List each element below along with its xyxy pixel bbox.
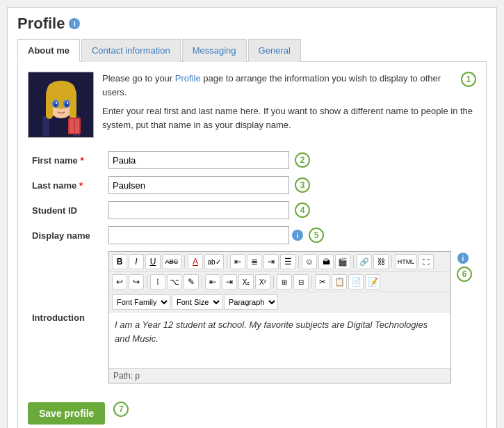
svg-point-15 [55,102,56,103]
editor-wrapper: B I U ABC A ab✓ ⇤ ≣ [108,251,451,383]
svg-rect-9 [47,89,53,103]
page-title-info-icon[interactable]: i [69,18,80,29]
align-center-button[interactable]: ≣ [247,254,262,269]
edit-button[interactable]: ✎ [184,274,199,290]
introduction-row: Introduction B I U ABC [28,248,476,387]
align-right-button[interactable]: ⇥ [263,254,279,269]
paragraph-select[interactable]: Paragraph [224,294,278,310]
underline-button[interactable]: U [145,254,161,269]
unlink-button[interactable]: ⛓ [373,254,389,269]
last-name-input-cell: 3 [104,173,476,198]
step-3-circle: 3 [295,177,310,193]
toolbar-sep-4 [353,255,354,268]
highlight-button[interactable]: ab✓ [204,254,224,269]
text-color-button[interactable]: A [188,254,203,269]
cut-button[interactable]: ✂ [315,274,330,290]
indent-inc-button[interactable]: ⇥ [222,274,237,290]
toolbar-row-3: Font Family Font Size Paragraph [109,292,450,312]
display-name-input-cell: i 5 [104,223,476,248]
last-name-row: Last name * 3 [28,173,476,198]
undo-button[interactable]: ↩ [112,274,127,290]
font-family-select[interactable]: Font Family [112,294,170,310]
step-7-circle: 7 [113,402,129,417]
svg-point-13 [54,102,58,107]
ul-button[interactable]: ⁞ [150,274,165,290]
step-6-circle: 6 [457,267,472,282]
editor-path: Path: p [109,368,450,383]
svg-rect-10 [70,89,75,99]
table-button[interactable]: ⊞ [277,274,292,290]
avatar [28,72,94,138]
toolbar-row-2: ↩ ↪ ⁞ ⌥ ✎ ⇤ ⇥ X₂ X [109,272,450,292]
align-left-button[interactable]: ⇤ [230,254,245,269]
step-5-circle: 5 [309,228,324,243]
student-id-input[interactable] [108,201,289,219]
tab-about-me[interactable]: About me [17,39,80,62]
page-title: Profile [17,15,65,33]
sub-button[interactable]: X₂ [238,274,254,290]
media-button[interactable]: 🎬 [335,254,350,269]
toolbar-sep-9 [311,276,312,288]
introduction-label: Introduction [28,248,104,387]
toolbar-sep-3 [298,255,299,268]
link-button[interactable]: 🔗 [357,254,372,269]
introduction-info-icon[interactable]: i [457,253,469,264]
first-name-label: First name * [28,148,104,173]
intro-text-block: Please go to your Profile page to arrang… [102,72,476,132]
first-name-row: First name * 2 [28,148,476,173]
display-name-input[interactable] [108,226,289,244]
page-wrapper: Profile i About me Contact information M… [7,7,497,428]
tab-contact-information[interactable]: Contact information [81,39,181,62]
display-name-row: Display name i 5 [28,223,476,248]
toolbar-sep-2 [227,255,227,268]
ol-button[interactable]: ⌥ [167,274,182,290]
copy-button[interactable]: 📋 [332,274,347,290]
toolbar-row-1: B I U ABC A ab✓ ⇤ ≣ [109,252,450,272]
italic-button[interactable]: I [129,254,144,269]
image-button[interactable]: 🏔 [318,254,334,269]
intro-section: Please go to your Profile page to arrang… [28,72,476,138]
svg-point-17 [60,108,63,109]
indent-dec-button[interactable]: ⇤ [205,274,220,290]
emoji-button[interactable]: ☺ [302,254,317,269]
html-button[interactable]: HTML [395,254,417,269]
first-name-required: * [80,155,83,166]
student-id-input-cell: 4 [104,198,476,223]
display-name-label: Display name [28,223,104,248]
tab-messaging[interactable]: Messaging [182,39,247,62]
fullscreen-button[interactable]: ⛶ [418,254,434,269]
first-name-input[interactable] [108,151,289,169]
paste-button[interactable]: 📄 [348,274,364,290]
toolbar-sep-6 [147,276,147,288]
student-id-label: Student ID [28,198,104,223]
display-name-info-icon[interactable]: i [292,230,303,241]
profile-link[interactable]: Profile [175,73,201,84]
student-id-row: Student ID 4 [28,198,476,223]
bold-button[interactable]: B [112,254,127,269]
save-profile-button[interactable]: Save profile [28,402,105,425]
sup-button[interactable]: X² [255,274,270,290]
step-4-circle: 4 [295,203,310,218]
first-name-input-cell: 2 [104,148,476,173]
justify-button[interactable]: ☰ [280,254,295,269]
toolbar-sep-7 [202,276,202,288]
toolbar-sep-5 [391,255,392,268]
editor-area[interactable]: I am a Year 12 student at school. My fav… [109,312,450,368]
tab-general[interactable]: General [248,39,301,62]
page-title-row: Profile i [17,15,487,33]
tabs-bar: About me Contact information Messaging G… [17,38,487,62]
last-name-input[interactable] [108,176,289,194]
save-row: Save profile 7 [28,394,476,425]
paste-text-button[interactable]: 📝 [365,274,380,290]
font-size-select[interactable]: Font Size [172,294,222,310]
tab-content: Please go to your Profile page to arrang… [17,62,487,428]
intro-line1: Please go to your Profile page to arrang… [102,72,455,99]
redo-button[interactable]: ↪ [129,274,144,290]
intro-line2: Enter your real first and last name here… [102,104,476,132]
step-2-circle: 2 [295,152,310,168]
editor-content: I am a Year 12 student at school. My fav… [115,319,428,344]
profile-form: First name * 2 Last name * [28,148,476,387]
strikethrough-button[interactable]: ABC [162,254,181,269]
svg-point-14 [65,102,69,107]
table-insert-col-button[interactable]: ⊟ [293,274,309,290]
